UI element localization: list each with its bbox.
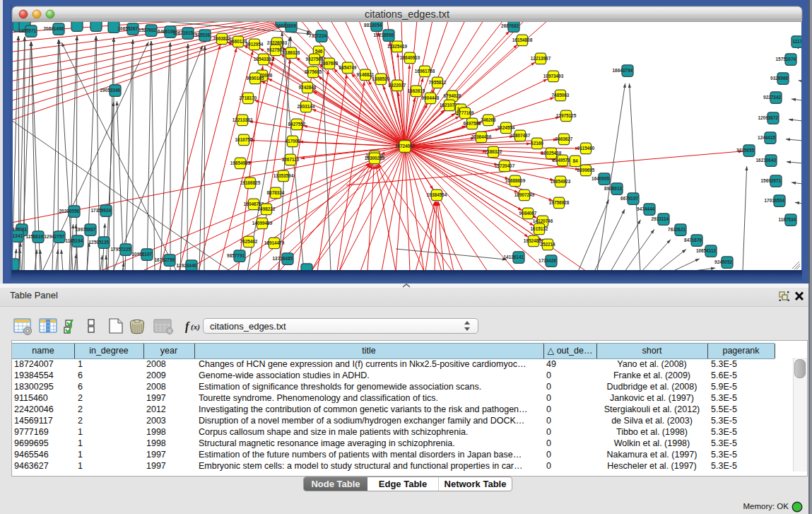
svg-text:417006: 417006: [285, 139, 300, 144]
svg-text:7386322: 7386322: [485, 149, 502, 154]
svg-text:9474444: 9474444: [637, 206, 654, 211]
svg-text:29053346: 29053346: [100, 88, 121, 93]
svg-text:12942757: 12942757: [45, 234, 65, 239]
svg-text:8454749: 8454749: [339, 65, 357, 70]
svg-text:7625402: 7625402: [240, 239, 258, 244]
svg-text:7955812: 7955812: [429, 80, 447, 85]
svg-text:2718170: 2718170: [240, 95, 257, 100]
svg-text:8813054: 8813054: [364, 23, 382, 28]
svg-text:62160: 62160: [531, 141, 543, 146]
svg-text:3498222: 3498222: [258, 206, 276, 211]
svg-text:18300295: 18300295: [365, 156, 385, 160]
svg-text:16782759: 16782759: [155, 257, 175, 262]
svg-text:3215955: 3215955: [736, 148, 754, 153]
svg-text:14136141: 14136141: [504, 255, 524, 259]
svg-text:10958107: 10958107: [132, 252, 153, 257]
svg-text:2867608: 2867608: [321, 61, 339, 66]
svg-text:18640910: 18640910: [400, 55, 420, 60]
svg-text:3875685: 3875685: [305, 69, 322, 74]
svg-text:8878334: 8878334: [267, 190, 285, 195]
svg-text:20364436: 20364436: [471, 134, 492, 139]
svg-text:14120746: 14120746: [533, 218, 553, 223]
svg-text:12505135: 12505135: [89, 240, 110, 245]
svg-text:16643794: 16643794: [613, 68, 633, 73]
svg-text:19975887: 19975887: [76, 227, 96, 232]
svg-text:15720407: 15720407: [495, 163, 515, 168]
svg-text:2933114: 2933114: [651, 216, 669, 221]
svg-text:10973493: 10973493: [543, 74, 564, 78]
svg-text:9245052: 9245052: [714, 259, 732, 264]
svg-text:9084067: 9084067: [519, 211, 537, 216]
svg-text:9890165: 9890165: [247, 76, 264, 81]
svg-text:1405571: 1405571: [18, 28, 36, 33]
svg-text:13353594: 13353594: [273, 173, 294, 178]
svg-text:citations_edges.txt: citations_edges.txt: [365, 8, 449, 20]
svg-text:9463627: 9463627: [555, 136, 573, 141]
svg-text:19166825: 19166825: [240, 180, 261, 185]
svg-text:10688609: 10688609: [505, 178, 526, 183]
svg-text:12213967: 12213967: [531, 56, 551, 61]
svg-text:7663822: 7663822: [213, 36, 231, 41]
svg-text:13716485: 13716485: [273, 256, 293, 261]
svg-text:15751074: 15751074: [776, 57, 796, 62]
svg-text:16914479: 16914479: [264, 240, 285, 245]
svg-text:7515526: 7515526: [192, 33, 210, 37]
svg-text:9857791: 9857791: [227, 253, 245, 258]
svg-text:9329966: 9329966: [770, 76, 788, 81]
svg-text:15692971: 15692971: [761, 178, 782, 183]
svg-text:1610755: 1610755: [235, 137, 253, 142]
svg-text:14099489: 14099489: [252, 221, 273, 226]
svg-text:1156819: 1156819: [25, 234, 43, 239]
svg-text:20691406: 20691406: [44, 26, 64, 31]
svg-text:6679197: 6679197: [620, 196, 638, 201]
svg-text:2687682: 2687682: [501, 23, 519, 28]
svg-text:8427552: 8427552: [288, 122, 306, 127]
svg-text:1244415: 1244415: [758, 135, 775, 140]
svg-text:8660124: 8660124: [230, 39, 247, 44]
svg-text:10654112: 10654112: [696, 248, 717, 253]
svg-text:16210643: 16210643: [756, 158, 777, 163]
svg-text:17957225: 17957225: [111, 247, 131, 252]
svg-text:8938913: 8938913: [604, 186, 622, 191]
svg-text:(x): (x): [191, 322, 200, 332]
svg-text:6497568: 6497568: [464, 121, 481, 126]
svg-text:8186328: 8186328: [283, 50, 300, 55]
svg-text:19218506: 19218506: [374, 33, 394, 37]
svg-text:1362615: 1362615: [408, 88, 425, 93]
svg-text:1640995: 1640995: [592, 176, 609, 181]
svg-text:6899695: 6899695: [577, 168, 595, 173]
svg-text:12093872: 12093872: [758, 115, 779, 120]
svg-text:1117: 1117: [792, 39, 802, 44]
svg-text:f: f: [185, 320, 190, 333]
svg-text:10807487: 10807487: [510, 133, 531, 138]
svg-text:9115460: 9115460: [577, 146, 595, 151]
svg-text:17016504: 17016504: [765, 198, 785, 203]
svg-text:19756928: 19756928: [549, 200, 570, 205]
svg-text:18907249: 18907249: [514, 192, 535, 197]
svg-text:11325419: 11325419: [387, 44, 408, 49]
svg-text:7632621: 7632621: [668, 227, 686, 232]
svg-text:10655267: 10655267: [118, 26, 139, 31]
svg-text:6794028: 6794028: [444, 93, 461, 98]
svg-text:546: 546: [315, 49, 323, 54]
svg-text:252214: 252214: [540, 242, 555, 247]
svg-text:10671915: 10671915: [173, 30, 194, 35]
svg-text:9777169: 9777169: [457, 110, 474, 115]
svg-text:12923446: 12923446: [177, 263, 197, 268]
svg-text:1388520: 1388520: [372, 76, 390, 81]
svg-text:8912954: 8912954: [246, 42, 264, 47]
svg-text:746266: 746266: [481, 117, 496, 122]
svg-text:18724007: 18724007: [395, 144, 416, 148]
svg-text:3267110: 3267110: [282, 157, 300, 162]
svg-text:10543392: 10543392: [254, 57, 274, 62]
svg-text:16033809: 16033809: [276, 23, 297, 28]
svg-text:7485063: 7485063: [552, 93, 570, 98]
svg-text:1527602: 1527602: [139, 28, 156, 33]
svg-text:7357224: 7357224: [309, 33, 326, 38]
svg-text:1733426: 1733426: [539, 258, 556, 263]
svg-text:12975125: 12975125: [556, 113, 577, 118]
svg-text:1167534: 1167534: [778, 217, 796, 222]
svg-text:20206556: 20206556: [59, 209, 80, 214]
svg-text:16961758: 16961758: [415, 69, 435, 74]
svg-text:16154808: 16154808: [512, 37, 533, 42]
